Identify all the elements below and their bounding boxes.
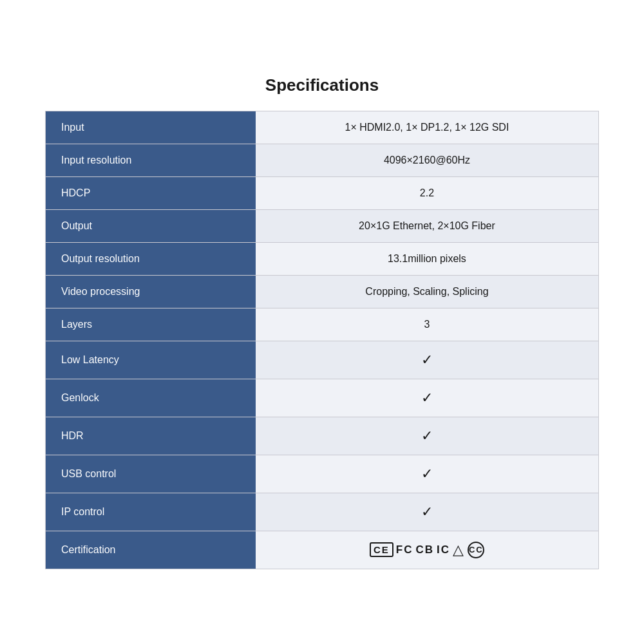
table-row: Output resolution13.1million pixels: [46, 242, 599, 275]
spec-table: Input1× HDMI2.0, 1× DP1.2, 1× 12G SDIInp…: [45, 111, 599, 569]
checkmark-icon: ✓: [421, 352, 433, 368]
spec-label: HDR: [46, 417, 256, 455]
spec-value: ✓: [256, 379, 599, 417]
main-container: Specifications Input1× HDMI2.0, 1× DP1.2…: [45, 75, 599, 569]
page-title: Specifications: [45, 75, 599, 95]
spec-label: HDCP: [46, 176, 256, 209]
table-row: HDCP2.2: [46, 176, 599, 209]
spec-value: ✓: [256, 455, 599, 493]
checkmark-icon: ✓: [421, 390, 433, 406]
spec-value: ✓: [256, 341, 599, 379]
spec-value: 1× HDMI2.0, 1× DP1.2, 1× 12G SDI: [256, 111, 599, 144]
checkmark-icon: ✓: [421, 466, 433, 482]
spec-label: Video processing: [46, 275, 256, 308]
checkmark-icon: ✓: [421, 428, 433, 444]
table-row: USB control✓: [46, 455, 599, 493]
table-row: Low Latency✓: [46, 341, 599, 379]
spec-value: ✓: [256, 493, 599, 531]
spec-value: 20×1G Ethernet, 2×10G Fiber: [256, 209, 599, 242]
cb-cert: CB: [415, 544, 434, 556]
certification-symbols: CE FC CB IC △ CC: [271, 542, 583, 558]
ic-cert: IC: [437, 544, 450, 556]
spec-value: 13.1million pixels: [256, 242, 599, 275]
spec-label: USB control: [46, 455, 256, 493]
ce-cert: CE: [370, 542, 393, 557]
circle-cert: CC: [468, 542, 484, 558]
spec-label: Certification: [46, 531, 256, 569]
spec-value: Cropping, Scaling, Splicing: [256, 275, 599, 308]
spec-label: Output: [46, 209, 256, 242]
table-row: Output20×1G Ethernet, 2×10G Fiber: [46, 209, 599, 242]
spec-value: ✓: [256, 417, 599, 455]
triangle-cert: △: [453, 543, 465, 557]
spec-value: 3: [256, 308, 599, 341]
spec-value: 2.2: [256, 176, 599, 209]
table-row: Layers3: [46, 308, 599, 341]
table-row: Input resolution4096×2160@60Hz: [46, 144, 599, 176]
table-row: IP control✓: [46, 493, 599, 531]
table-row: Genlock✓: [46, 379, 599, 417]
spec-label: Genlock: [46, 379, 256, 417]
table-row: Video processingCropping, Scaling, Splic…: [46, 275, 599, 308]
spec-label: IP control: [46, 493, 256, 531]
spec-label: Output resolution: [46, 242, 256, 275]
spec-value: 4096×2160@60Hz: [256, 144, 599, 176]
table-row: HDR✓: [46, 417, 599, 455]
checkmark-icon: ✓: [421, 504, 433, 520]
spec-label: Input: [46, 111, 256, 144]
table-row: Certification CE FC CB IC △ CC: [46, 531, 599, 569]
fcc-cert: FC: [396, 544, 413, 556]
spec-value: CE FC CB IC △ CC: [256, 531, 599, 569]
spec-label: Low Latency: [46, 341, 256, 379]
table-row: Input1× HDMI2.0, 1× DP1.2, 1× 12G SDI: [46, 111, 599, 144]
spec-label: Layers: [46, 308, 256, 341]
spec-label: Input resolution: [46, 144, 256, 176]
